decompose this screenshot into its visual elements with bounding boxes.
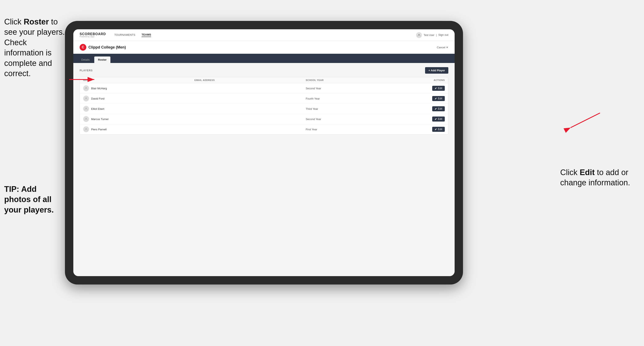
player-name: Piers Parnell <box>91 128 107 131</box>
player-name-cell: Piers Parnell <box>83 126 194 132</box>
player-name: David Ford <box>91 97 104 100</box>
table-row: David Ford Fourth Year Edit <box>80 94 448 104</box>
edit-button-1[interactable]: Edit <box>432 96 445 101</box>
team-title-area: C Clippd College (Men) <box>80 44 126 51</box>
edit-arrow-annotation <box>558 109 604 134</box>
tab-details-label: Details <box>81 58 90 61</box>
logo-text: SCOREBOARD <box>80 32 106 36</box>
nav-separator: | <box>436 34 436 37</box>
actions-cell: Edit <box>389 106 445 111</box>
edit-bold: Edit <box>580 168 595 177</box>
tablet-screen: SCOREBOARD Powered by clippi TOURNAMENTS… <box>73 29 454 276</box>
nav-left: SCOREBOARD Powered by clippi TOURNAMENTS… <box>80 32 151 38</box>
edit-button-4[interactable]: Edit <box>432 127 445 132</box>
player-name: Marcus Turner <box>91 118 109 121</box>
player-name: Elliot Ebert <box>91 107 104 110</box>
nav-teams[interactable]: TEAMS <box>142 33 151 37</box>
actions-cell: Edit <box>389 86 445 91</box>
add-player-label: + Add Player <box>428 69 445 72</box>
school-year: First Year <box>306 128 389 131</box>
actions-cell: Edit <box>389 117 445 122</box>
nav-bar: SCOREBOARD Powered by clippi TOURNAMENTS… <box>73 29 454 41</box>
tab-roster-label: Roster <box>98 58 107 61</box>
actions-cell: Edit <box>389 96 445 101</box>
col-header-email: EMAIL ADDRESS <box>194 79 306 81</box>
col-header-name: NAME <box>83 79 194 81</box>
tab-roster[interactable]: Roster <box>94 56 110 63</box>
school-year: Fourth Year <box>306 97 389 100</box>
user-name: Test User <box>424 34 434 37</box>
table-row: Blair McHarg Second Year Edit <box>80 83 448 94</box>
players-section-label: PLAYERS <box>80 69 93 72</box>
school-year: Second Year <box>306 118 389 121</box>
player-avatar <box>83 96 89 101</box>
player-name-cell: David Ford <box>83 96 194 101</box>
player-name-cell: Elliot Ebert <box>83 106 194 112</box>
sign-out-link[interactable]: Sign out <box>438 33 448 37</box>
left-instruction-text: Click Roster to see your players. Check … <box>4 17 65 79</box>
tab-details[interactable]: Details <box>78 56 94 63</box>
player-name-cell: Blair McHarg <box>83 85 194 91</box>
actions-cell: Edit <box>389 127 445 132</box>
player-avatar <box>83 116 89 122</box>
players-header: PLAYERS + Add Player <box>80 67 448 74</box>
player-name: Blair McHarg <box>91 87 107 90</box>
edit-button-2[interactable]: Edit <box>432 106 445 111</box>
right-instruction-text: Click Edit to add or change information. <box>560 167 640 188</box>
table-row: Piers Parnell First Year Edit <box>80 124 448 134</box>
team-header: C Clippd College (Men) Cancel ✕ <box>73 41 454 54</box>
add-player-button[interactable]: + Add Player <box>425 67 448 74</box>
col-header-year: SCHOOL YEAR <box>306 79 389 81</box>
player-name-cell: Marcus Turner <box>83 116 194 122</box>
table-row: Marcus Turner Second Year Edit <box>80 114 448 124</box>
col-header-actions: ACTIONS <box>389 79 445 81</box>
edit-button-0[interactable]: Edit <box>432 86 445 91</box>
players-table: NAME EMAIL ADDRESS SCHOOL YEAR ACTIONS <box>80 77 448 135</box>
player-avatar <box>83 106 89 112</box>
user-avatar-icon <box>416 32 422 38</box>
player-avatar <box>83 85 89 91</box>
nav-tournaments[interactable]: TOURNAMENTS <box>114 33 135 37</box>
team-name: Clippd College (Men) <box>88 45 126 50</box>
team-logo-icon: C <box>80 44 86 51</box>
table-row: Elliot Ebert Third Year Edit <box>80 104 448 114</box>
roster-bold: Roster <box>24 17 49 26</box>
nav-links: TOURNAMENTS TEAMS <box>114 33 151 37</box>
edit-button-3[interactable]: Edit <box>432 117 445 122</box>
cancel-button[interactable]: Cancel ✕ <box>437 46 448 49</box>
school-year: Third Year <box>306 107 389 110</box>
tip-text: TIP: Add photos of all your players. <box>4 184 65 215</box>
school-year: Second Year <box>306 87 389 90</box>
tabs-bar: Details Roster <box>73 54 454 63</box>
player-avatar <box>83 126 89 132</box>
table-header: NAME EMAIL ADDRESS SCHOOL YEAR ACTIONS <box>80 77 448 83</box>
content-area: PLAYERS + Add Player NAME EMAIL ADDRESS … <box>73 63 454 276</box>
logo-area: SCOREBOARD Powered by clippi <box>80 32 106 38</box>
tablet-device: SCOREBOARD Powered by clippi TOURNAMENTS… <box>65 21 463 285</box>
nav-right: Test User | Sign out <box>416 32 448 38</box>
logo-sub: Powered by clippi <box>80 36 106 38</box>
